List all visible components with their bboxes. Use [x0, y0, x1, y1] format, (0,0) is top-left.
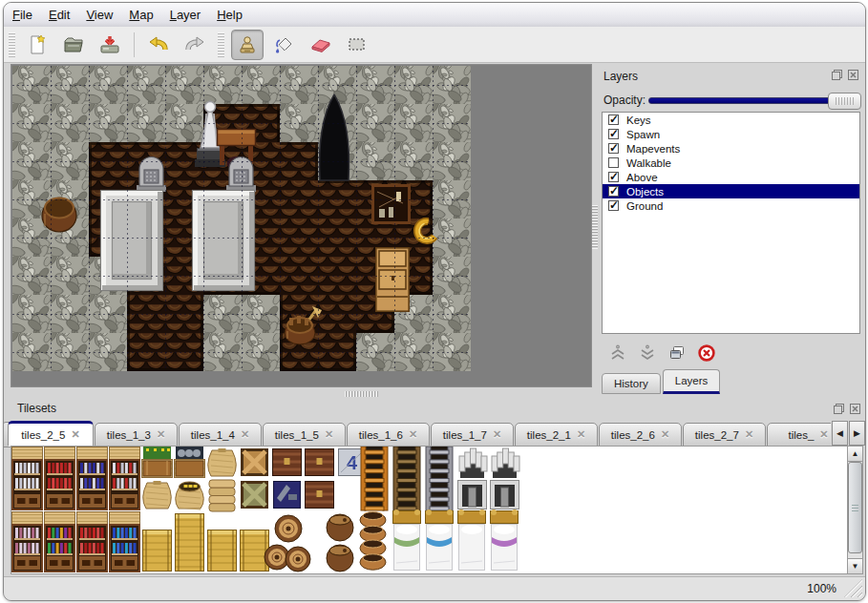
float-panel-icon[interactable]: [831, 69, 843, 81]
toolbar: [4, 27, 865, 63]
close-tab-icon[interactable]: ✕: [157, 428, 165, 441]
rect-select-tool-button[interactable]: [342, 31, 372, 59]
scroll-tabs-right-button[interactable]: ▶: [849, 421, 865, 446]
layer-name: Mapevents: [626, 143, 680, 155]
toolbar-grip[interactable]: [218, 32, 224, 57]
close-tab-icon[interactable]: ✕: [577, 428, 585, 441]
layer-row-spawn[interactable]: ✓Spawn: [603, 127, 859, 141]
close-tab-icon[interactable]: ✕: [325, 428, 333, 441]
checked-checkbox[interactable]: ✓: [608, 129, 619, 139]
close-tab-icon[interactable]: ✕: [819, 428, 828, 441]
opacity-slider[interactable]: [648, 93, 861, 108]
stamp-icon: [236, 33, 259, 56]
eraser-icon: [308, 33, 333, 56]
layer-row-mapevents[interactable]: ✓Mapevents: [603, 141, 859, 156]
layer-name: Keys: [626, 114, 651, 126]
open-file-button[interactable]: [58, 31, 89, 59]
undo-button[interactable]: [143, 31, 174, 59]
layer-name: Spawn: [626, 129, 660, 140]
close-panel-icon[interactable]: [849, 403, 861, 415]
new-file-icon: [26, 33, 49, 56]
scroll-down-button[interactable]: ▼: [848, 558, 862, 573]
checked-checkbox[interactable]: ✓: [608, 172, 619, 182]
palette-scrollbar[interactable]: ▲ ▼: [847, 446, 863, 574]
tile-palette[interactable]: [11, 446, 848, 574]
close-tab-icon[interactable]: ✕: [241, 428, 249, 441]
close-tab-icon[interactable]: ✕: [745, 428, 753, 441]
map-viewport[interactable]: [11, 64, 592, 387]
menu-view[interactable]: View: [86, 8, 113, 22]
tileset-tab-label: tiles_2_1: [527, 429, 571, 441]
lower-layer-button[interactable]: [637, 343, 658, 364]
menu-help[interactable]: Help: [217, 8, 243, 22]
checked-checkbox[interactable]: ✓: [608, 114, 619, 125]
tileset-tab-label: tiles_2_7: [695, 429, 739, 441]
scrollbar-thumb[interactable]: [848, 462, 862, 553]
close-tab-icon[interactable]: ✕: [409, 428, 417, 441]
toolbar-grip[interactable]: [9, 32, 15, 57]
layer-row-above[interactable]: ✓Above: [603, 170, 859, 184]
arrow-right-icon: ▶: [854, 428, 860, 438]
layer-row-keys[interactable]: ✓Keys: [603, 113, 859, 127]
tileset-tab-tiles_2_7[interactable]: tiles_2_7✕: [683, 423, 766, 447]
horizontal-splitter-handle[interactable]: [345, 391, 379, 397]
arrow-up-icon: ▲: [852, 449, 859, 458]
stamp-tool-button[interactable]: [231, 30, 264, 60]
tileset-tab-tiles_[interactable]: tiles_✕: [767, 423, 831, 447]
tileset-tab-tiles_2_1[interactable]: tiles_2_1✕: [515, 423, 598, 447]
opacity-label: Opacity:: [603, 94, 646, 107]
fill-tool-button[interactable]: [269, 31, 300, 59]
map-canvas[interactable]: [12, 66, 471, 371]
menu-layer[interactable]: Layer: [170, 8, 201, 22]
menu-file[interactable]: File: [12, 8, 32, 22]
scroll-tabs-left-button[interactable]: ◀: [832, 421, 848, 446]
checked-checkbox[interactable]: ✓: [608, 200, 619, 211]
layers-toolbar: [602, 341, 860, 365]
new-file-button[interactable]: [22, 31, 53, 59]
tileset-tab-tiles_1_3[interactable]: tiles_1_3✕: [95, 423, 178, 447]
layer-name: Above: [626, 172, 658, 183]
redo-icon: [182, 33, 207, 56]
tile-palette-canvas[interactable]: [11, 447, 847, 573]
tileset-tab-tiles_1_4[interactable]: tiles_1_4✕: [179, 423, 262, 447]
status-bar: 100%: [4, 576, 865, 600]
tileset-tab-label: tiles_2_5: [21, 429, 65, 441]
save-icon: [98, 33, 121, 56]
raise-layer-icon: [612, 350, 624, 359]
dock-tab-history[interactable]: History: [602, 373, 661, 394]
save-file-button[interactable]: [95, 31, 125, 59]
tileset-tab-label: tiles_1_6: [359, 429, 403, 441]
tileset-tab-label: tiles_1_7: [443, 429, 487, 441]
close-panel-icon[interactable]: [847, 69, 859, 81]
checked-checkbox[interactable]: ✓: [608, 143, 619, 154]
opacity-slider-handle[interactable]: [828, 93, 861, 110]
eraser-tool-button[interactable]: [306, 31, 336, 59]
delete-layer-button[interactable]: [696, 343, 717, 364]
float-panel-icon[interactable]: [833, 403, 845, 415]
tileset-tab-tiles_2_6[interactable]: tiles_2_6✕: [599, 423, 682, 447]
dock-tab-layers[interactable]: Layers: [663, 369, 721, 394]
tileset-tab-label: tiles_2_6: [611, 429, 655, 441]
duplicate-layer-button[interactable]: [667, 343, 688, 364]
menu-edit[interactable]: Edit: [49, 8, 70, 22]
close-tab-icon[interactable]: ✕: [661, 428, 669, 441]
layers-list: ✓Keys✓Spawn✓MapeventsWalkable✓Above✓Obje…: [602, 112, 860, 334]
menu-map[interactable]: Map: [129, 8, 153, 22]
duplicate-layer-icon: [667, 343, 687, 363]
unchecked-checkbox[interactable]: [608, 157, 619, 168]
redo-button[interactable]: [180, 31, 210, 59]
resize-grip[interactable]: [844, 579, 862, 597]
raise-layer-button[interactable]: [607, 343, 628, 364]
scroll-up-button[interactable]: ▲: [848, 447, 862, 462]
tileset-tab-tiles_1_5[interactable]: tiles_1_5✕: [263, 423, 346, 447]
close-tab-icon[interactable]: ✕: [493, 428, 501, 441]
tileset-tab-label: tiles_: [788, 429, 814, 441]
layer-row-objects[interactable]: ✓Objects: [603, 184, 859, 198]
close-tab-icon[interactable]: ✕: [71, 428, 79, 441]
tileset-tab-tiles_1_7[interactable]: tiles_1_7✕: [431, 423, 514, 447]
checked-checkbox[interactable]: ✓: [608, 186, 619, 197]
tileset-tab-tiles_1_6[interactable]: tiles_1_6✕: [347, 423, 430, 447]
layer-row-walkable[interactable]: Walkable: [603, 156, 859, 170]
layer-row-ground[interactable]: ✓Ground: [603, 198, 859, 213]
tileset-tab-tiles_2_5[interactable]: tiles_2_5✕: [8, 421, 94, 447]
